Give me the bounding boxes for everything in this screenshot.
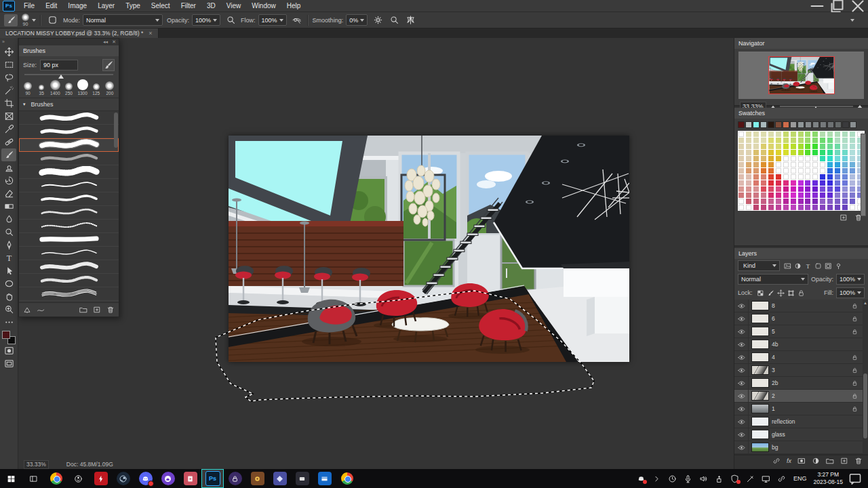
swatch-cell[interactable] xyxy=(761,174,766,180)
recent-swatch-11[interactable] xyxy=(820,121,827,128)
layer-visibility-eye-icon[interactable] xyxy=(734,428,749,441)
layer-thumbnail[interactable] xyxy=(751,365,769,375)
tool-object-selection[interactable] xyxy=(1,84,16,97)
swatch-cell[interactable] xyxy=(805,156,810,161)
swatch-cell[interactable] xyxy=(761,138,766,143)
swatch-cell[interactable] xyxy=(827,138,833,143)
swatch-cell[interactable] xyxy=(820,131,825,137)
swatch-cell[interactable] xyxy=(842,150,848,155)
swatch-cell[interactable] xyxy=(753,150,759,155)
delete-layer-icon[interactable] xyxy=(854,457,863,465)
tool-history-brush[interactable] xyxy=(1,174,16,187)
canvas[interactable] xyxy=(229,136,629,362)
layer-name[interactable]: 5 xyxy=(772,328,848,335)
swatch-cell[interactable] xyxy=(738,192,744,198)
swatch-cell[interactable] xyxy=(753,180,759,186)
start-button[interactable] xyxy=(0,469,22,488)
swatch-cell[interactable] xyxy=(753,144,759,149)
swatch-cell[interactable] xyxy=(783,131,789,137)
swatch-cell[interactable] xyxy=(827,144,833,149)
layer-thumbnail[interactable] xyxy=(751,301,769,310)
swatch-cell[interactable] xyxy=(820,180,825,186)
tool-eraser[interactable] xyxy=(1,187,16,200)
swatch-cell[interactable] xyxy=(746,144,751,149)
swatch-cell[interactable] xyxy=(776,168,781,174)
swatch-cell[interactable] xyxy=(776,199,781,204)
swatch-cell[interactable] xyxy=(768,156,774,161)
layers-opacity-select[interactable]: 100% xyxy=(836,274,865,285)
task-view-button[interactable] xyxy=(22,469,45,488)
brush-tip-toggle-icon[interactable] xyxy=(23,306,31,314)
swatch-cell[interactable] xyxy=(850,174,855,180)
swatch-cell[interactable] xyxy=(783,144,789,149)
restore-button[interactable] xyxy=(827,0,848,12)
swatch-cell[interactable] xyxy=(783,168,789,174)
brush-settings-panel-icon[interactable] xyxy=(45,14,59,26)
filter-pin-icon[interactable] xyxy=(833,261,844,270)
opacity-select[interactable]: 100% xyxy=(192,14,220,26)
layer-row-glass[interactable]: glass xyxy=(734,428,868,441)
brush-stroke-thin[interactable] xyxy=(19,247,119,260)
swatch-cell[interactable] xyxy=(746,138,751,143)
swatch-cell[interactable] xyxy=(798,199,804,204)
swatch-cell[interactable] xyxy=(791,205,796,210)
brush-stroke-glow[interactable] xyxy=(19,138,119,152)
swatch-cell[interactable] xyxy=(820,162,825,167)
swatch-cell[interactable] xyxy=(842,186,848,192)
layers-panel-header[interactable]: Layers xyxy=(734,248,868,259)
swatch-cell[interactable] xyxy=(753,162,759,167)
brush-stroke-speckle[interactable] xyxy=(19,206,119,220)
swatch-cell[interactable] xyxy=(783,150,789,155)
swatch-cell[interactable] xyxy=(768,186,774,192)
swatch-cell[interactable] xyxy=(768,199,774,204)
layer-thumbnail[interactable] xyxy=(751,314,769,323)
menu-layer[interactable]: Layer xyxy=(93,1,119,11)
layer-name[interactable]: 4b xyxy=(772,341,848,348)
swatch-cell[interactable] xyxy=(812,192,818,198)
adjustment-layer-icon[interactable] xyxy=(812,457,820,465)
layer-name[interactable]: glass xyxy=(772,431,848,438)
swatch-cell[interactable] xyxy=(798,174,804,180)
swatch-cell[interactable] xyxy=(835,144,840,149)
layer-visibility-eye-icon[interactable] xyxy=(734,338,749,350)
close-button[interactable] xyxy=(848,0,868,12)
swatch-cell[interactable] xyxy=(738,186,744,192)
swatch-cell[interactable] xyxy=(768,131,774,137)
tool-screen-mode[interactable] xyxy=(1,357,16,370)
tool-hand[interactable] xyxy=(1,290,16,303)
swatch-cell[interactable] xyxy=(791,199,796,204)
microphone-icon[interactable] xyxy=(682,473,693,484)
brush-stroke-hatch[interactable] xyxy=(19,165,119,179)
pressure-size-icon[interactable] xyxy=(388,14,400,26)
swatch-cell[interactable] xyxy=(753,174,759,180)
link-icon[interactable] xyxy=(776,473,787,484)
swatch-cell[interactable] xyxy=(805,138,810,143)
swatch-cell[interactable] xyxy=(820,150,825,155)
swatch-cell[interactable] xyxy=(791,180,796,186)
swatch-cell[interactable] xyxy=(761,168,766,174)
swatch-cell[interactable] xyxy=(776,205,781,210)
swatch-cell[interactable] xyxy=(776,131,781,137)
layer-visibility-eye-icon[interactable] xyxy=(734,377,749,389)
swatch-cell[interactable] xyxy=(776,174,781,180)
toolbar-expand-icon[interactable]: » xyxy=(0,39,7,45)
swatch-cell[interactable] xyxy=(842,180,848,186)
tool-eyedropper[interactable] xyxy=(1,123,16,136)
scroll-up-icon[interactable]: ▲ xyxy=(863,301,868,305)
swatch-cell[interactable] xyxy=(753,131,759,137)
tool-spot-healing[interactable] xyxy=(1,136,16,148)
swatch-cell[interactable] xyxy=(805,150,810,155)
swatch-cell[interactable] xyxy=(842,144,848,149)
brush-stroke-ink[interactable] xyxy=(19,192,119,206)
new-brush-icon[interactable] xyxy=(93,306,101,314)
lock-paint-icon[interactable] xyxy=(766,288,776,298)
menu-help[interactable]: Help xyxy=(282,1,306,11)
swatch-cell[interactable] xyxy=(805,180,810,186)
swatch-cell[interactable] xyxy=(812,150,818,155)
layer-row-reflection[interactable]: reflection xyxy=(734,415,868,428)
swatch-cell[interactable] xyxy=(783,138,789,143)
layer-filter-select[interactable]: Kind xyxy=(738,260,780,271)
discord-icon[interactable] xyxy=(134,469,157,488)
layer-row-4[interactable]: 4 xyxy=(734,351,868,364)
recent-swatch-10[interactable] xyxy=(812,121,819,128)
